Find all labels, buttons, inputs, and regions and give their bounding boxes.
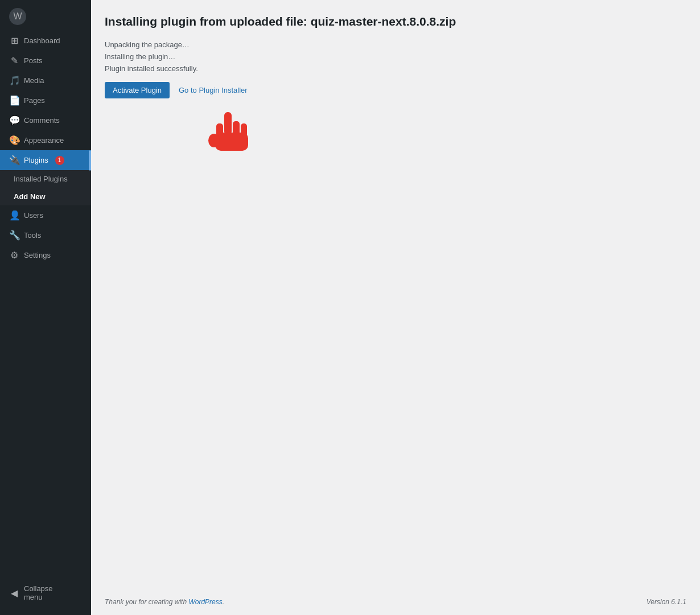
svg-rect-4: [215, 133, 248, 151]
page-title: Installing plugin from uploaded file: qu…: [105, 14, 686, 29]
svg-rect-0: [224, 112, 232, 135]
main-content: Installing plugin from uploaded file: qu…: [91, 0, 700, 615]
collapse-menu-item[interactable]: ◀ Collapse menu: [9, 580, 82, 606]
sidebar-item-label: Dashboard: [24, 36, 60, 45]
collapse-label: Collapse menu: [24, 584, 73, 601]
svg-rect-1: [233, 121, 240, 137]
action-row: Activate Plugin Go to Plugin Installer: [105, 82, 686, 98]
plugins-submenu: Installed Plugins Add New: [0, 170, 91, 205]
sidebar-item-users[interactable]: 👤 Users: [0, 205, 91, 225]
sidebar-item-media[interactable]: 🎵 Media: [0, 71, 91, 90]
appearance-icon: 🎨: [9, 135, 19, 146]
plugins-icon: 🔌: [9, 155, 19, 166]
sidebar-item-label: Media: [24, 76, 44, 85]
installed-plugins-label: Installed Plugins: [14, 175, 68, 183]
sidebar-item-label: Users: [24, 211, 43, 220]
svg-rect-3: [216, 123, 223, 137]
sidebar-item-add-new[interactable]: Add New: [0, 188, 91, 205]
log-line-1: Unpacking the package…: [105, 40, 686, 49]
tools-icon: 🔧: [9, 230, 19, 241]
go-to-installer-link[interactable]: Go to Plugin Installer: [179, 86, 248, 94]
content-area: Installing plugin from uploaded file: qu…: [91, 0, 700, 589]
sidebar-item-label: Tools: [24, 231, 41, 240]
sidebar-item-label: Settings: [24, 251, 51, 259]
cursor-hand-overlay: [208, 111, 248, 162]
footer: Thank you for creating with WordPress. V…: [91, 589, 700, 615]
users-icon: 👤: [9, 210, 19, 221]
sidebar-item-plugins[interactable]: 🔌 Plugins 1: [0, 150, 91, 170]
sidebar-logo: W: [0, 0, 91, 31]
wordpress-link[interactable]: WordPress: [188, 598, 222, 606]
pages-icon: 📄: [9, 95, 19, 106]
comments-icon: 💬: [9, 115, 19, 126]
collapse-icon: ◀: [9, 588, 19, 599]
sidebar-item-comments[interactable]: 💬 Comments: [0, 110, 91, 130]
sidebar: W ⊞ Dashboard ✎ Posts 🎵 Media 📄 Pages 💬 …: [0, 0, 91, 615]
sidebar-item-installed-plugins[interactable]: Installed Plugins: [0, 170, 91, 188]
sidebar-item-dashboard[interactable]: ⊞ Dashboard: [0, 31, 91, 51]
log-line-3: Plugin installed successfully.: [105, 64, 686, 73]
plugins-badge: 1: [55, 156, 64, 165]
sidebar-item-label: Pages: [24, 96, 45, 105]
sidebar-item-posts[interactable]: ✎ Posts: [0, 51, 91, 71]
sidebar-item-label: Posts: [24, 56, 43, 65]
activate-plugin-button[interactable]: Activate Plugin: [105, 82, 170, 98]
footer-thanks: Thank you for creating with: [105, 598, 188, 606]
dashboard-icon: ⊞: [9, 35, 19, 46]
svg-point-5: [208, 134, 220, 147]
footer-text: Thank you for creating with WordPress.: [105, 598, 224, 606]
media-icon: 🎵: [9, 75, 19, 86]
sidebar-item-tools[interactable]: 🔧 Tools: [0, 225, 91, 245]
sidebar-item-label: Comments: [24, 116, 60, 125]
posts-icon: ✎: [9, 55, 19, 66]
sidebar-item-label: Plugins: [24, 156, 48, 164]
sidebar-item-pages[interactable]: 📄 Pages: [0, 90, 91, 110]
sidebar-item-settings[interactable]: ⚙ Settings: [0, 245, 91, 265]
settings-icon: ⚙: [9, 250, 19, 261]
sidebar-item-appearance[interactable]: 🎨 Appearance: [0, 130, 91, 150]
svg-rect-2: [241, 123, 247, 137]
collapse-menu[interactable]: ◀ Collapse menu: [0, 571, 91, 615]
wp-logo-icon: W: [9, 8, 26, 25]
log-line-2: Installing the plugin…: [105, 52, 686, 61]
footer-version: Version 6.1.1: [647, 598, 686, 606]
sidebar-item-label: Appearance: [24, 136, 64, 145]
add-new-label: Add New: [14, 192, 46, 201]
